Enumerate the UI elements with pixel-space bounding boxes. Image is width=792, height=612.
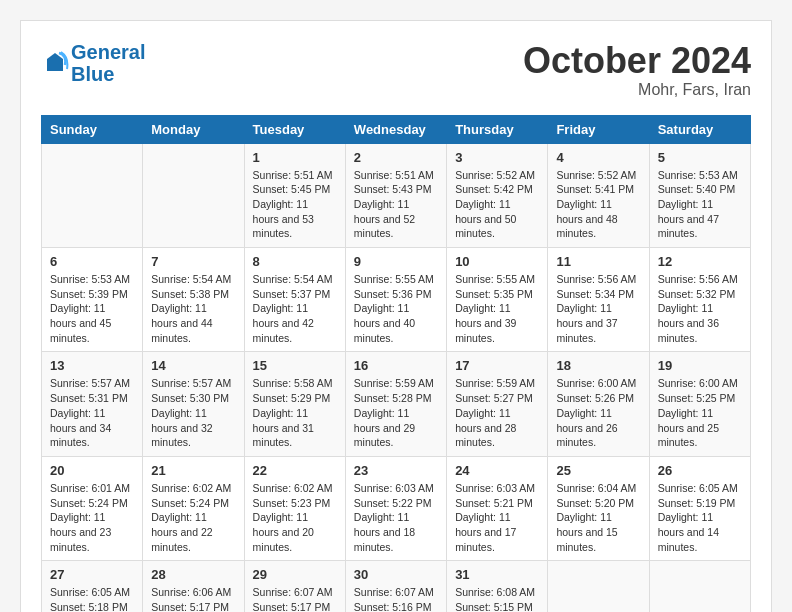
day-number: 11 [556, 254, 640, 269]
day-info: Sunrise: 5:57 AM Sunset: 5:30 PM Dayligh… [151, 376, 235, 449]
day-cell: 23Sunrise: 6:03 AM Sunset: 5:22 PM Dayli… [345, 456, 446, 560]
day-number: 7 [151, 254, 235, 269]
day-cell: 29Sunrise: 6:07 AM Sunset: 5:17 PM Dayli… [244, 561, 345, 612]
location: Mohr, Fars, Iran [523, 81, 751, 99]
day-number: 30 [354, 567, 438, 582]
day-cell: 9Sunrise: 5:55 AM Sunset: 5:36 PM Daylig… [345, 248, 446, 352]
calendar-table: SundayMondayTuesdayWednesdayThursdayFrid… [41, 115, 751, 612]
day-cell: 22Sunrise: 6:02 AM Sunset: 5:23 PM Dayli… [244, 456, 345, 560]
day-number: 13 [50, 358, 134, 373]
day-cell [42, 143, 143, 247]
day-info: Sunrise: 6:05 AM Sunset: 5:19 PM Dayligh… [658, 481, 742, 554]
day-number: 5 [658, 150, 742, 165]
week-row-4: 20Sunrise: 6:01 AM Sunset: 5:24 PM Dayli… [42, 456, 751, 560]
day-number: 8 [253, 254, 337, 269]
day-info: Sunrise: 6:02 AM Sunset: 5:23 PM Dayligh… [253, 481, 337, 554]
day-number: 22 [253, 463, 337, 478]
day-cell: 20Sunrise: 6:01 AM Sunset: 5:24 PM Dayli… [42, 456, 143, 560]
day-info: Sunrise: 5:52 AM Sunset: 5:42 PM Dayligh… [455, 168, 539, 241]
day-number: 4 [556, 150, 640, 165]
day-cell: 8Sunrise: 5:54 AM Sunset: 5:37 PM Daylig… [244, 248, 345, 352]
day-cell: 5Sunrise: 5:53 AM Sunset: 5:40 PM Daylig… [649, 143, 750, 247]
calendar-container: General Blue October 2024 Mohr, Fars, Ir… [20, 20, 772, 612]
day-cell: 30Sunrise: 6:07 AM Sunset: 5:16 PM Dayli… [345, 561, 446, 612]
day-cell [548, 561, 649, 612]
week-row-1: 1Sunrise: 5:51 AM Sunset: 5:45 PM Daylig… [42, 143, 751, 247]
day-info: Sunrise: 5:59 AM Sunset: 5:28 PM Dayligh… [354, 376, 438, 449]
logo: General Blue [41, 41, 145, 85]
day-number: 16 [354, 358, 438, 373]
day-info: Sunrise: 5:59 AM Sunset: 5:27 PM Dayligh… [455, 376, 539, 449]
col-header-thursday: Thursday [447, 115, 548, 143]
day-info: Sunrise: 5:53 AM Sunset: 5:39 PM Dayligh… [50, 272, 134, 345]
day-cell: 2Sunrise: 5:51 AM Sunset: 5:43 PM Daylig… [345, 143, 446, 247]
day-cell: 4Sunrise: 5:52 AM Sunset: 5:41 PM Daylig… [548, 143, 649, 247]
day-info: Sunrise: 5:54 AM Sunset: 5:37 PM Dayligh… [253, 272, 337, 345]
day-info: Sunrise: 6:02 AM Sunset: 5:24 PM Dayligh… [151, 481, 235, 554]
calendar-header: General Blue October 2024 Mohr, Fars, Ir… [41, 41, 751, 99]
day-info: Sunrise: 5:51 AM Sunset: 5:43 PM Dayligh… [354, 168, 438, 241]
day-info: Sunrise: 6:06 AM Sunset: 5:17 PM Dayligh… [151, 585, 235, 612]
day-cell: 11Sunrise: 5:56 AM Sunset: 5:34 PM Dayli… [548, 248, 649, 352]
day-info: Sunrise: 5:58 AM Sunset: 5:29 PM Dayligh… [253, 376, 337, 449]
day-number: 31 [455, 567, 539, 582]
day-cell: 21Sunrise: 6:02 AM Sunset: 5:24 PM Dayli… [143, 456, 244, 560]
week-row-2: 6Sunrise: 5:53 AM Sunset: 5:39 PM Daylig… [42, 248, 751, 352]
day-info: Sunrise: 6:08 AM Sunset: 5:15 PM Dayligh… [455, 585, 539, 612]
col-header-saturday: Saturday [649, 115, 750, 143]
day-number: 12 [658, 254, 742, 269]
day-number: 21 [151, 463, 235, 478]
day-number: 14 [151, 358, 235, 373]
day-cell: 17Sunrise: 5:59 AM Sunset: 5:27 PM Dayli… [447, 352, 548, 456]
day-number: 27 [50, 567, 134, 582]
day-number: 24 [455, 463, 539, 478]
day-number: 19 [658, 358, 742, 373]
col-header-wednesday: Wednesday [345, 115, 446, 143]
day-number: 25 [556, 463, 640, 478]
day-cell: 6Sunrise: 5:53 AM Sunset: 5:39 PM Daylig… [42, 248, 143, 352]
day-info: Sunrise: 5:53 AM Sunset: 5:40 PM Dayligh… [658, 168, 742, 241]
day-cell: 28Sunrise: 6:06 AM Sunset: 5:17 PM Dayli… [143, 561, 244, 612]
day-cell: 12Sunrise: 5:56 AM Sunset: 5:32 PM Dayli… [649, 248, 750, 352]
logo-text: General Blue [71, 41, 145, 85]
day-number: 6 [50, 254, 134, 269]
day-cell: 27Sunrise: 6:05 AM Sunset: 5:18 PM Dayli… [42, 561, 143, 612]
day-number: 10 [455, 254, 539, 269]
day-info: Sunrise: 5:51 AM Sunset: 5:45 PM Dayligh… [253, 168, 337, 241]
day-cell: 19Sunrise: 6:00 AM Sunset: 5:25 PM Dayli… [649, 352, 750, 456]
day-number: 20 [50, 463, 134, 478]
day-number: 28 [151, 567, 235, 582]
day-info: Sunrise: 5:55 AM Sunset: 5:35 PM Dayligh… [455, 272, 539, 345]
day-info: Sunrise: 5:52 AM Sunset: 5:41 PM Dayligh… [556, 168, 640, 241]
day-cell: 14Sunrise: 5:57 AM Sunset: 5:30 PM Dayli… [143, 352, 244, 456]
day-info: Sunrise: 6:03 AM Sunset: 5:22 PM Dayligh… [354, 481, 438, 554]
calendar-header-row: SundayMondayTuesdayWednesdayThursdayFrid… [42, 115, 751, 143]
day-cell: 7Sunrise: 5:54 AM Sunset: 5:38 PM Daylig… [143, 248, 244, 352]
title-block: October 2024 Mohr, Fars, Iran [523, 41, 751, 99]
day-number: 15 [253, 358, 337, 373]
day-info: Sunrise: 6:00 AM Sunset: 5:26 PM Dayligh… [556, 376, 640, 449]
day-info: Sunrise: 6:07 AM Sunset: 5:16 PM Dayligh… [354, 585, 438, 612]
day-cell: 18Sunrise: 6:00 AM Sunset: 5:26 PM Dayli… [548, 352, 649, 456]
day-number: 23 [354, 463, 438, 478]
logo-icon [41, 49, 69, 77]
day-info: Sunrise: 5:56 AM Sunset: 5:32 PM Dayligh… [658, 272, 742, 345]
day-number: 17 [455, 358, 539, 373]
day-number: 29 [253, 567, 337, 582]
col-header-sunday: Sunday [42, 115, 143, 143]
day-cell: 13Sunrise: 5:57 AM Sunset: 5:31 PM Dayli… [42, 352, 143, 456]
day-number: 1 [253, 150, 337, 165]
day-cell: 1Sunrise: 5:51 AM Sunset: 5:45 PM Daylig… [244, 143, 345, 247]
day-cell: 26Sunrise: 6:05 AM Sunset: 5:19 PM Dayli… [649, 456, 750, 560]
day-cell [649, 561, 750, 612]
day-number: 2 [354, 150, 438, 165]
col-header-friday: Friday [548, 115, 649, 143]
day-number: 18 [556, 358, 640, 373]
col-header-tuesday: Tuesday [244, 115, 345, 143]
day-cell: 24Sunrise: 6:03 AM Sunset: 5:21 PM Dayli… [447, 456, 548, 560]
day-info: Sunrise: 6:04 AM Sunset: 5:20 PM Dayligh… [556, 481, 640, 554]
day-info: Sunrise: 6:03 AM Sunset: 5:21 PM Dayligh… [455, 481, 539, 554]
day-info: Sunrise: 6:01 AM Sunset: 5:24 PM Dayligh… [50, 481, 134, 554]
week-row-3: 13Sunrise: 5:57 AM Sunset: 5:31 PM Dayli… [42, 352, 751, 456]
day-cell: 25Sunrise: 6:04 AM Sunset: 5:20 PM Dayli… [548, 456, 649, 560]
